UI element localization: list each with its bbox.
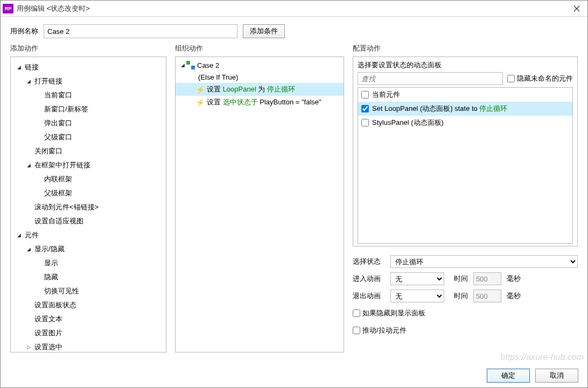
ms-label-out: 毫秒 (507, 291, 521, 301)
tree-item[interactable]: 打开链接 (11, 74, 166, 88)
panel-checkbox[interactable] (361, 119, 369, 126)
tree-item[interactable]: 弹出窗口 (11, 116, 166, 130)
tree-item[interactable]: 设置图片 (11, 326, 166, 340)
tree-item-label: 内联框架 (44, 174, 72, 184)
twisty-icon[interactable] (25, 163, 32, 168)
tree-item[interactable]: 新窗口/新标签 (11, 102, 166, 116)
twisty-icon[interactable] (25, 246, 32, 252)
tree-item[interactable]: 切换可见性 (11, 284, 166, 298)
tree-item[interactable]: 在框架中打开链接 (11, 158, 166, 172)
twisty-icon[interactable] (179, 62, 186, 68)
organize-title: 组织动作 (175, 44, 344, 57)
tree-item-label: 滚动到元件<锚链接> (34, 202, 99, 212)
tree-item[interactable]: 父级框架 (11, 186, 166, 200)
tree-item[interactable]: 关闭窗口 (11, 144, 166, 158)
case-name: Case 2 (197, 61, 219, 69)
tree-item-label: 链接 (25, 62, 39, 72)
window-title: 用例编辑 <状态改变时> (17, 4, 566, 13)
tree-item[interactable]: 内联框架 (11, 172, 166, 186)
case-icon (186, 61, 195, 69)
tree-item-label: 元件 (25, 230, 39, 240)
tree-item[interactable]: 设置文本 (11, 312, 166, 326)
tree-item[interactable]: 显示 (11, 256, 166, 270)
tree-item-label: 弹出窗口 (44, 118, 72, 128)
select-state-label: 选择状态 (353, 257, 385, 266)
ms-label-in: 毫秒 (507, 274, 521, 284)
anim-out-dropdown[interactable]: 无 (390, 290, 444, 302)
anim-out-label: 退出动画 (353, 291, 385, 301)
bolt-icon: ⚡ (196, 98, 205, 107)
time-label-in: 时间 (454, 274, 468, 284)
configure-upper: 选择要设置状态的动态面板 隐藏未命名的元件 当前元件Set LoopPanel … (353, 57, 578, 246)
time-out-input[interactable] (473, 290, 501, 302)
push-pull-checkbox[interactable]: 推动/拉动元件 (353, 326, 407, 335)
case-action[interactable]: ⚡设置 LoopPanel 为 停止循环 (176, 83, 344, 96)
close-button[interactable] (566, 1, 587, 17)
time-in-input[interactable] (473, 272, 501, 285)
case-name-input[interactable] (44, 24, 237, 38)
panel-checkbox[interactable] (361, 105, 369, 112)
case-action[interactable]: ⚡设置 选中状态于 PlayButton = "false" (176, 96, 344, 109)
tree-item-label: 父级窗口 (44, 132, 72, 142)
time-label-out: 时间 (454, 291, 468, 301)
case-condition: (Else If True) (176, 71, 344, 83)
panel-checkbox[interactable] (361, 91, 369, 98)
case-node[interactable]: Case 2 (176, 59, 344, 71)
tree-item[interactable]: 隐藏 (11, 270, 166, 284)
select-state-dropdown[interactable]: 停止循环 (390, 255, 578, 268)
twisty-icon[interactable] (25, 344, 32, 350)
bolt-icon: ⚡ (196, 86, 205, 94)
tree-item-label: 父级框架 (44, 188, 72, 198)
tree-item[interactable]: 设置面板状态 (11, 298, 166, 312)
anim-in-dropdown[interactable]: 无 (390, 272, 444, 285)
tree-item-label: 设置自适应视图 (34, 216, 83, 226)
hide-unnamed-checkbox[interactable]: 隐藏未命名的元件 (507, 74, 573, 83)
tree-item-label: 设置文本 (34, 314, 62, 324)
tree-item[interactable]: 父级窗口 (11, 130, 166, 144)
case-name-row: 用例名称 添加条件 (1, 17, 587, 44)
tree-item-label: 设置图片 (34, 328, 62, 338)
tree-item-label: 新窗口/新标签 (44, 104, 88, 114)
tree-item[interactable]: 设置自适应视图 (11, 214, 166, 228)
configure-lower: 选择状态 停止循环 进入动画 无 时间 毫秒 退出动画 无 时间 毫秒 (353, 246, 578, 339)
tree-item-label: 设置面板状态 (34, 300, 76, 310)
twisty-icon[interactable] (15, 232, 23, 238)
tree-item-label: 隐藏 (44, 272, 58, 282)
tree-item-label: 显示/隐藏 (34, 244, 65, 254)
ok-button[interactable]: 确定 (487, 369, 530, 383)
tree-item-label: 切换可见性 (44, 286, 79, 296)
tree-item[interactable]: 链接 (11, 60, 166, 74)
twisty-icon[interactable] (15, 65, 23, 70)
add-condition-button[interactable]: 添加条件 (243, 24, 285, 38)
panel-list[interactable]: 当前元件Set LoopPanel (动态面板) state to 停止循环St… (358, 87, 573, 244)
tree-item[interactable]: 显示/隐藏 (11, 242, 166, 256)
add-action-title: 添加动作 (10, 44, 166, 57)
watermark: https://axure-hub.com (500, 352, 584, 362)
panel-label: 当前元件 (372, 90, 400, 100)
twisty-icon[interactable] (25, 79, 32, 84)
action-tree-panel[interactable]: 链接打开链接当前窗口新窗口/新标签弹出窗口父级窗口关闭窗口在框架中打开链接内联框… (10, 57, 166, 352)
cancel-button[interactable]: 取消 (535, 369, 578, 383)
case-name-label: 用例名称 (10, 26, 38, 36)
search-input[interactable] (358, 72, 503, 85)
tree-item[interactable]: 滚动到元件<锚链接> (11, 200, 166, 214)
close-icon (573, 5, 580, 12)
panel-list-item[interactable]: Set LoopPanel (动态面板) state to 停止循环 (358, 102, 572, 116)
anim-in-label: 进入动画 (353, 274, 385, 284)
panel-list-item[interactable]: StylusPanel (动态面板) (358, 116, 572, 130)
tree-item-label: 当前窗口 (44, 90, 72, 100)
title-bar: RP 用例编辑 <状态改变时> (1, 1, 587, 17)
tree-item[interactable]: 当前窗口 (11, 88, 166, 102)
tree-item-label: 打开链接 (34, 76, 62, 86)
panel-label: Set LoopPanel (动态面板) state to 停止循环 (372, 104, 507, 114)
panel-label: StylusPanel (动态面板) (372, 118, 444, 128)
show-if-hidden-checkbox[interactable]: 如果隐藏则显示面板 (353, 308, 425, 318)
panel-list-item[interactable]: 当前元件 (358, 88, 572, 102)
configure-header: 选择要设置状态的动态面板 (358, 60, 573, 70)
tree-item[interactable]: 元件 (11, 228, 166, 242)
footer: 确定 取消 (487, 369, 578, 383)
tree-item[interactable]: 设置选中 (11, 340, 166, 352)
configure-title: 配置动作 (353, 44, 578, 57)
tree-item-label: 关闭窗口 (34, 146, 62, 156)
tree-item-label: 显示 (44, 258, 58, 268)
